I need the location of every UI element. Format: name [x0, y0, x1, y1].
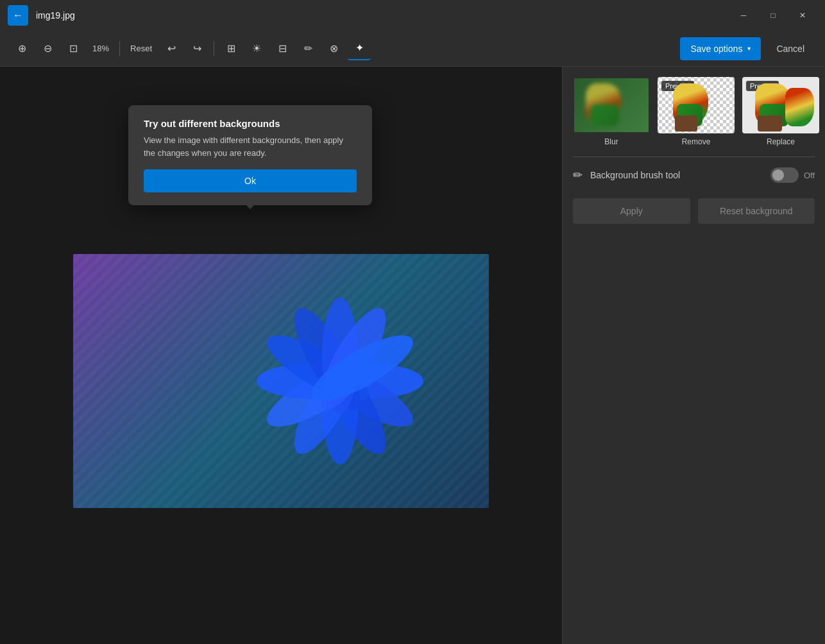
erase-button[interactable]: ⊗: [322, 37, 345, 60]
blur-thumbnail: [573, 77, 650, 133]
remove-label: Remove: [682, 137, 711, 146]
brightness-button[interactable]: ☀: [245, 37, 268, 60]
canvas-background: [73, 254, 489, 508]
main-content: Try out different backgrounds View the i…: [0, 67, 825, 644]
undo-icon: ↩: [167, 42, 176, 55]
image-canvas: [73, 254, 489, 508]
brush-tool-label: Background brush tool: [590, 170, 763, 180]
save-options-label: Save options: [690, 44, 742, 54]
blur-option[interactable]: Blur: [573, 77, 650, 146]
brush-icon: ✏: [573, 168, 583, 182]
brightness-icon: ☀: [252, 42, 261, 55]
tooltip-description: View the image with different background…: [144, 134, 357, 159]
brush-toggle-label: Off: [804, 171, 815, 180]
save-options-chevron-icon: ▾: [747, 45, 751, 52]
toolbar-right: Save options ▾ Cancel: [680, 37, 815, 60]
crop-icon: ⊞: [227, 42, 235, 55]
maximize-button[interactable]: □: [758, 0, 788, 31]
back-icon: ←: [13, 10, 23, 21]
erase-icon: ⊗: [330, 42, 338, 55]
tooltip-title: Try out different backgrounds: [144, 118, 357, 129]
zoom-fit-icon: ⊡: [69, 42, 78, 55]
zoom-in-icon: ⊕: [18, 42, 26, 55]
zoom-level: 18%: [87, 44, 114, 53]
back-button[interactable]: ←: [8, 5, 28, 26]
magic-icon: ✦: [355, 42, 364, 54]
toolbar-divider2: [214, 41, 214, 56]
redo-button[interactable]: ↪: [185, 37, 208, 60]
bloom-graphic: [212, 254, 468, 508]
ok-button[interactable]: Ok: [144, 169, 357, 192]
remove-thumbnail: Preview: [658, 77, 735, 133]
crop-button[interactable]: ⊞: [219, 37, 242, 60]
stamp-button[interactable]: ⊟: [271, 37, 294, 60]
close-button[interactable]: ✕: [788, 0, 817, 31]
stamp-icon: ⊟: [278, 42, 287, 55]
right-panel: Blur Preview Remove Preview: [562, 67, 825, 644]
replace-label: Replace: [767, 137, 795, 146]
magic-button[interactable]: ✦: [348, 37, 371, 60]
toolbar: ⊕ ⊖ ⊡ 18% Reset ↩ ↪ ⊞ ☀ ⊟ ✏ ⊗ ✦ Save opt…: [0, 31, 825, 67]
cancel-button[interactable]: Cancel: [766, 37, 815, 60]
zoom-reset-button[interactable]: ⊡: [62, 37, 85, 60]
tooltip-popup: Try out different backgrounds View the i…: [128, 105, 372, 205]
reset-button[interactable]: Reset: [125, 41, 157, 56]
undo-button[interactable]: ↩: [160, 37, 183, 60]
redo-icon: ↪: [193, 42, 201, 55]
canvas-area: Try out different backgrounds View the i…: [0, 67, 562, 644]
toolbar-divider: [119, 41, 120, 56]
zoom-in-button[interactable]: ⊕: [10, 37, 33, 60]
zoom-out-button[interactable]: ⊖: [36, 37, 59, 60]
zoom-out-icon: ⊖: [44, 42, 52, 55]
brush-tool-row: ✏ Background brush tool Off: [573, 167, 815, 183]
pen-icon: ✏: [304, 42, 312, 55]
pen-button[interactable]: ✏: [296, 37, 319, 60]
replace-option[interactable]: Preview Replace: [742, 77, 819, 146]
background-options: Blur Preview Remove Preview: [573, 77, 815, 146]
file-name: img19.jpg: [36, 10, 75, 21]
title-bar: ← img19.jpg ─ □ ✕: [0, 0, 825, 31]
panel-divider: [573, 157, 815, 157]
brush-toggle-container: Off: [770, 167, 815, 183]
action-buttons: Apply Reset background: [573, 198, 815, 224]
window-controls: ─ □ ✕: [729, 0, 817, 31]
brush-toggle[interactable]: [770, 167, 799, 183]
apply-button[interactable]: Apply: [573, 198, 690, 224]
remove-option[interactable]: Preview Remove: [658, 77, 735, 146]
minimize-button[interactable]: ─: [729, 0, 758, 31]
blur-label: Blur: [604, 137, 618, 146]
replace-thumbnail: Preview: [742, 77, 819, 133]
reset-background-button[interactable]: Reset background: [698, 198, 815, 224]
toggle-thumb: [772, 169, 784, 181]
save-options-button[interactable]: Save options ▾: [680, 37, 761, 60]
